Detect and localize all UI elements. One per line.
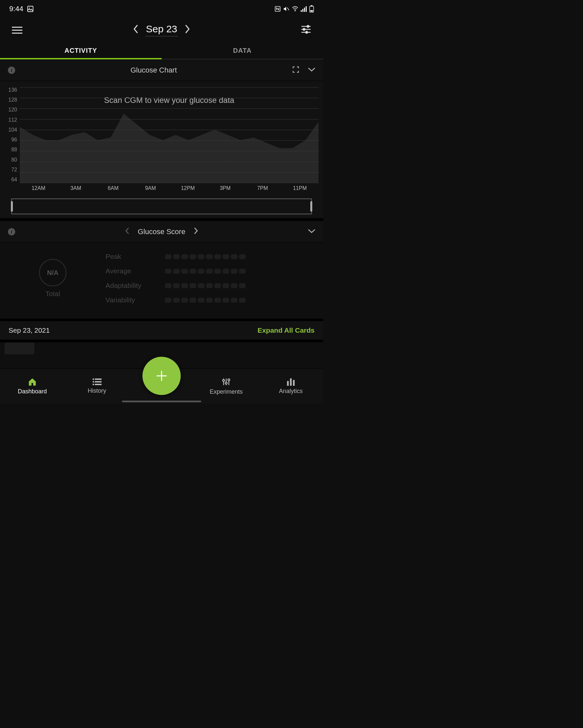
metric-adaptability: Adaptability bbox=[105, 282, 303, 289]
wifi-icon bbox=[292, 6, 299, 12]
metric-peak-label: Peak bbox=[105, 253, 155, 260]
status-time: 9:44 bbox=[9, 5, 23, 13]
metric-average: Average bbox=[105, 267, 303, 275]
svg-rect-19 bbox=[95, 379, 102, 380]
svg-point-18 bbox=[93, 379, 94, 380]
x-axis: 12AM3AM6AM9AM12PM3PM7PM11PM bbox=[20, 185, 319, 191]
score-total-label: Total bbox=[46, 290, 60, 298]
svg-rect-23 bbox=[95, 384, 102, 385]
metric-adaptability-track bbox=[165, 283, 246, 288]
metric-peak-track bbox=[165, 254, 246, 259]
svg-point-27 bbox=[225, 382, 227, 384]
y-axis: 1361281201121049688807264 bbox=[5, 87, 20, 183]
svg-rect-7 bbox=[304, 7, 305, 12]
tab-bar: ACTIVITY DATA bbox=[0, 42, 323, 59]
metric-variability-label: Variability bbox=[105, 296, 155, 304]
next-card-peek[interactable] bbox=[0, 340, 323, 355]
tab-activity-label: ACTIVITY bbox=[64, 47, 97, 54]
glucose-chart-title: Glucose Chart bbox=[131, 66, 177, 75]
add-button[interactable] bbox=[143, 357, 181, 395]
next-day-button[interactable] bbox=[185, 25, 190, 35]
collapse-icon[interactable] bbox=[308, 229, 315, 235]
menu-icon[interactable] bbox=[12, 27, 22, 34]
metric-average-label: Average bbox=[105, 267, 155, 275]
info-icon[interactable]: i bbox=[8, 228, 15, 235]
chart-placeholder-text: Scan CGM to view your glucose data bbox=[20, 96, 319, 105]
metric-peak: Peak bbox=[105, 253, 303, 260]
glucose-chart: 1361281201121049688807264 Scan CGM to vi… bbox=[0, 81, 323, 218]
svg-point-17 bbox=[306, 31, 308, 33]
score-next-button[interactable] bbox=[194, 228, 198, 236]
svg-rect-8 bbox=[306, 6, 307, 12]
range-handle-left[interactable] bbox=[11, 201, 13, 212]
tab-data-label: DATA bbox=[233, 47, 252, 54]
svg-point-25 bbox=[223, 380, 225, 382]
nav-history-label: History bbox=[88, 387, 106, 394]
metric-average-track bbox=[165, 269, 246, 274]
svg-rect-31 bbox=[290, 379, 292, 386]
svg-rect-6 bbox=[302, 9, 303, 12]
time-range-slider[interactable] bbox=[11, 199, 312, 214]
full-date: Sep 23, 2021 bbox=[8, 327, 50, 334]
svg-point-13 bbox=[307, 25, 309, 27]
fullscreen-icon[interactable] bbox=[292, 66, 299, 75]
nav-history[interactable]: History bbox=[65, 369, 129, 404]
svg-point-15 bbox=[303, 28, 305, 30]
expand-all-button[interactable]: Expand All Cards bbox=[257, 327, 314, 334]
filter-settings-icon[interactable] bbox=[301, 25, 311, 35]
nav-analytics-label: Analytics bbox=[279, 388, 303, 395]
date-row: Sep 23, 2021 Expand All Cards bbox=[0, 318, 323, 340]
tab-data[interactable]: DATA bbox=[161, 42, 323, 59]
nav-analytics[interactable]: Analytics bbox=[258, 369, 323, 404]
peek-thumbnail bbox=[5, 343, 34, 355]
glucose-score-card: i Glucose Score N/A Total Peak bbox=[0, 218, 323, 318]
svg-rect-21 bbox=[95, 382, 102, 383]
nfc-icon bbox=[274, 6, 281, 12]
tab-indicator bbox=[0, 58, 161, 59]
svg-point-22 bbox=[93, 384, 94, 385]
signal-icon bbox=[301, 6, 307, 12]
home-indicator[interactable] bbox=[122, 400, 201, 402]
score-na-label: N/A bbox=[47, 269, 58, 277]
battery-icon bbox=[309, 5, 314, 12]
metric-variability: Variability bbox=[105, 296, 303, 304]
score-prev-button[interactable] bbox=[125, 228, 129, 236]
glucose-score-title: Glucose Score bbox=[138, 228, 185, 236]
mute-icon bbox=[283, 6, 289, 12]
current-date[interactable]: Sep 23 bbox=[146, 23, 177, 36]
metric-adaptability-label: Adaptability bbox=[105, 282, 155, 289]
svg-rect-0 bbox=[28, 6, 33, 12]
svg-rect-32 bbox=[293, 380, 295, 386]
tab-activity[interactable]: ACTIVITY bbox=[0, 42, 161, 59]
prev-day-button[interactable] bbox=[133, 25, 138, 35]
nav-dashboard-label: Dashboard bbox=[18, 388, 47, 395]
svg-point-29 bbox=[228, 379, 230, 381]
date-navigator: Sep 23 bbox=[133, 23, 189, 36]
svg-rect-30 bbox=[287, 381, 288, 386]
plot-surface[interactable]: Scan CGM to view your glucose data bbox=[20, 87, 319, 183]
score-value-circle: N/A bbox=[39, 259, 67, 287]
svg-point-4 bbox=[295, 10, 296, 11]
svg-rect-11 bbox=[310, 10, 313, 11]
metric-variability-track bbox=[165, 298, 246, 303]
info-icon[interactable]: i bbox=[8, 67, 15, 74]
svg-point-20 bbox=[93, 381, 94, 383]
collapse-icon[interactable] bbox=[308, 67, 315, 73]
status-bar: 9:44 bbox=[0, 0, 323, 18]
glucose-chart-header: i Glucose Chart bbox=[0, 59, 323, 81]
app-header: Sep 23 bbox=[0, 18, 323, 42]
nav-dashboard[interactable]: Dashboard bbox=[0, 369, 65, 404]
image-icon bbox=[27, 5, 34, 12]
svg-point-1 bbox=[29, 7, 30, 8]
svg-rect-10 bbox=[311, 5, 312, 6]
svg-rect-5 bbox=[301, 10, 302, 12]
nav-experiments-label: Experiments bbox=[210, 388, 243, 395]
svg-line-3 bbox=[287, 7, 289, 10]
range-handle-right[interactable] bbox=[310, 201, 312, 212]
score-total: N/A Total bbox=[0, 253, 105, 304]
score-metrics: Peak Average Adaptability Variability bbox=[105, 253, 323, 304]
nav-experiments[interactable]: Experiments bbox=[194, 369, 258, 404]
